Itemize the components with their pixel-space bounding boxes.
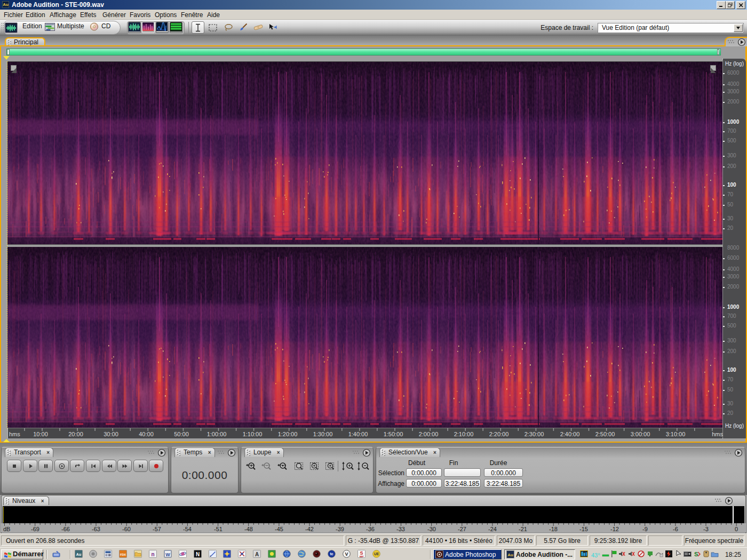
svg-text:A: A (255, 551, 259, 557)
svg-text:W: W (165, 552, 170, 557)
svg-text:n: n (151, 551, 154, 557)
svg-text:UE: UE (374, 552, 379, 556)
svg-text:SBP: SBP (359, 555, 364, 558)
svg-text:V: V (345, 551, 348, 557)
svg-text:FDX: FDX (120, 553, 126, 556)
svg-text:tc: tc (330, 552, 333, 556)
svg-text:N: N (196, 551, 200, 557)
svg-text:Au: Au (507, 553, 513, 557)
svg-text:S: S (694, 551, 698, 557)
svg-text:Au: Au (76, 553, 81, 556)
